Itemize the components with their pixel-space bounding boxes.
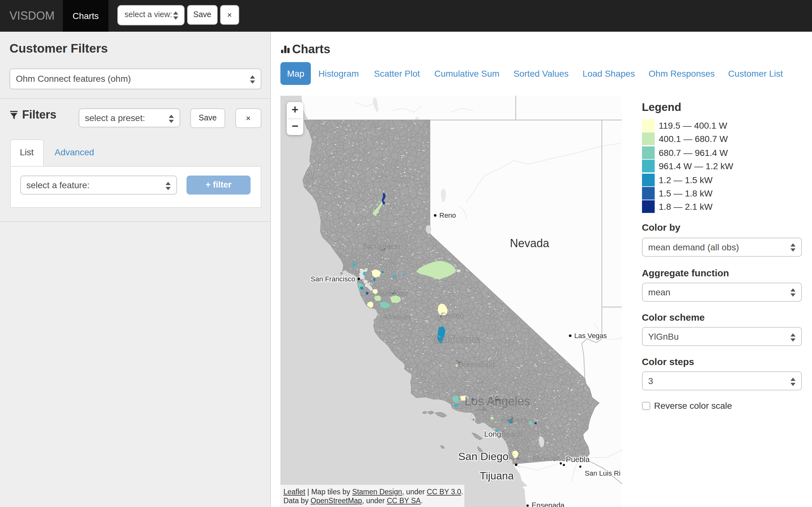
svg-text:San Jose: San Jose [377, 289, 408, 297]
svg-text:Bakersfield: Bakersfield [458, 360, 495, 369]
svg-text:San Diego: San Diego [458, 450, 509, 462]
svg-text:Long: Long [484, 429, 501, 438]
svg-text:Puebla: Puebla [566, 455, 590, 463]
svg-text:Las Vegas: Las Vegas [574, 331, 607, 339]
svg-text:Tijuana: Tijuana [479, 469, 514, 481]
svg-text:Ensenada: Ensenada [531, 501, 565, 507]
svg-text:Salinas: Salinas [388, 313, 410, 320]
svg-text:Reno: Reno [439, 211, 456, 219]
svg-text:San Luis Ri: San Luis Ri [585, 469, 621, 477]
svg-text:San Francisco: San Francisco [310, 275, 355, 283]
svg-text:Beach: Beach [501, 429, 522, 438]
svg-text:Riverside: Riverside [501, 416, 530, 424]
svg-text:Nevada: Nevada [510, 236, 549, 249]
svg-text:Sacramento: Sacramento [362, 242, 400, 250]
svg-text:Fresno: Fresno [441, 311, 464, 320]
svg-text:California: California [433, 333, 480, 345]
